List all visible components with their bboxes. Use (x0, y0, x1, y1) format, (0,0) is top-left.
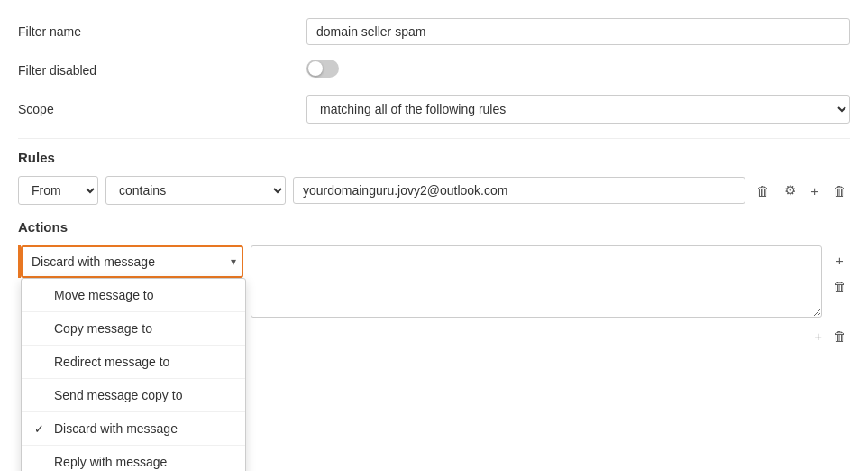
actions-section: Actions Move message toCopy message toRe… (18, 219, 850, 347)
toggle-thumb (308, 61, 323, 76)
scope-select[interactable]: matching all of the following rulesmatch… (306, 95, 850, 124)
dropdown-item[interactable]: Reply with message (22, 446, 245, 471)
filter-name-row: Filter name (18, 18, 850, 45)
dropdown-item-label: Redirect message to (54, 355, 169, 369)
actions-row: Move message toCopy message toRedirect m… (18, 245, 850, 318)
dropdown-item[interactable]: Copy message to (22, 312, 245, 346)
scope-row: Scope matching all of the following rule… (18, 95, 850, 124)
add-action-bottom-button[interactable]: + (810, 325, 826, 347)
action-dropdown-menu: Move message toCopy message toRedirect m… (21, 278, 246, 471)
dropdown-item[interactable]: ✓Discard with message (22, 412, 245, 446)
filter-disabled-row: Filter disabled (18, 60, 850, 80)
filter-name-label: Filter name (18, 24, 306, 39)
settings-rule-button[interactable]: ⚙ (781, 179, 799, 202)
rules-row: FromToSubjectBodyDate containsisstarts w… (18, 176, 850, 205)
dropdown-item-label: Copy message to (54, 321, 152, 336)
delete-action-button[interactable]: 🗑 (829, 275, 850, 298)
actions-title: Actions (18, 219, 850, 235)
filter-disabled-toggle-wrap (306, 60, 850, 80)
add-action-button[interactable]: + (829, 249, 850, 272)
delete-rule-button[interactable]: 🗑 (753, 180, 773, 202)
dropdown-item[interactable]: Send message copy to (22, 379, 245, 412)
dropdown-item-label: Move message to (54, 288, 154, 302)
remove-rule-button[interactable]: 🗑 (829, 180, 850, 202)
action-select-wrap: Move message toCopy message toRedirect m… (18, 245, 243, 278)
contains-select[interactable]: containsisstarts withends withmatches re… (105, 176, 286, 205)
from-select[interactable]: FromToSubjectBodyDate (18, 176, 98, 205)
dropdown-item[interactable]: Redirect message to (22, 346, 245, 379)
divider-1 (18, 138, 850, 139)
filter-disabled-toggle[interactable] (306, 60, 339, 78)
delete-action-bottom-button[interactable]: 🗑 (829, 325, 850, 347)
action-textarea[interactable] (251, 245, 822, 318)
scope-select-wrap: matching all of the following rulesmatch… (306, 95, 850, 124)
add-rule-button[interactable]: + (807, 180, 822, 202)
dropdown-item-label: Discard with message (54, 421, 178, 436)
rules-title: Rules (18, 150, 850, 165)
filter-disabled-label: Filter disabled (18, 63, 306, 78)
email-value-input[interactable] (293, 177, 745, 204)
action-select[interactable]: Move message toCopy message toRedirect m… (21, 245, 243, 278)
dropdown-item[interactable]: Move message to (22, 279, 245, 312)
action-icons: + 🗑 (829, 245, 850, 298)
filter-name-input[interactable] (306, 18, 850, 45)
dropdown-item-label: Send message copy to (54, 388, 182, 402)
scope-label: Scope (18, 102, 306, 116)
dropdown-item-label: Reply with message (54, 455, 167, 469)
filter-name-wrap (306, 18, 850, 45)
check-icon: ✓ (34, 422, 49, 436)
